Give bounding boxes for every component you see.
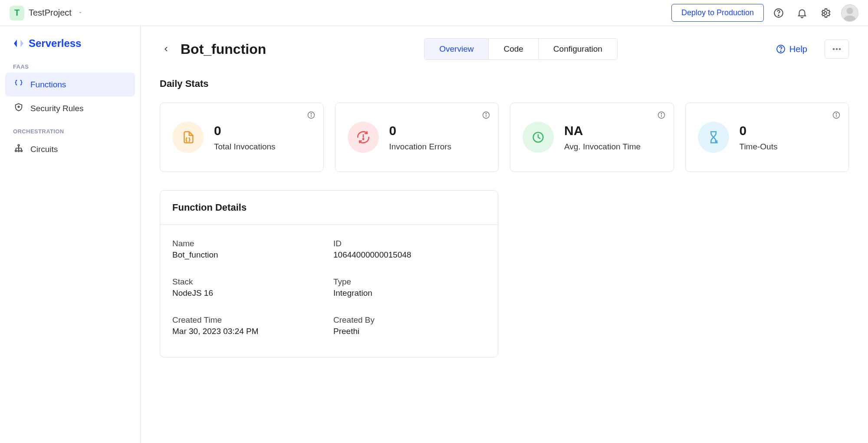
svg-point-23 bbox=[836, 113, 836, 114]
function-details-title: Function Details bbox=[160, 191, 498, 225]
info-icon[interactable] bbox=[482, 111, 490, 122]
chevron-left-icon bbox=[163, 46, 170, 53]
detail-stack: Stack NodeJS 16 bbox=[172, 277, 325, 298]
stat-card-errors: 0 Invocation Errors bbox=[335, 102, 499, 172]
project-avatar: T bbox=[10, 6, 24, 20]
info-icon[interactable] bbox=[307, 111, 316, 122]
sidebar-section-faas: FAAS bbox=[0, 56, 140, 73]
svg-point-7 bbox=[18, 150, 20, 152]
deploy-button[interactable]: Deploy to Production bbox=[671, 4, 764, 22]
sidebar-section-orchestration: ORCHESTRATION bbox=[0, 120, 140, 137]
svg-point-12 bbox=[836, 48, 838, 50]
stat-label: Avg. Invocation Time bbox=[564, 142, 641, 152]
svg-point-10 bbox=[780, 51, 781, 52]
stats-grid: 0 Total Invocations 0 Invocation Errors bbox=[160, 102, 849, 172]
svg-point-5 bbox=[18, 145, 20, 146]
svg-point-4 bbox=[18, 106, 19, 107]
detail-label: Created Time bbox=[172, 315, 325, 325]
detail-name: Name Bot_function bbox=[172, 239, 325, 260]
detail-id: ID 10644000000015048 bbox=[333, 239, 486, 260]
help-link[interactable]: Help bbox=[776, 44, 807, 54]
detail-label: Stack bbox=[172, 277, 325, 287]
svg-point-11 bbox=[833, 48, 835, 50]
clock-icon bbox=[523, 122, 554, 153]
project-name: TestProject bbox=[29, 8, 72, 18]
tab-overview[interactable]: Overview bbox=[424, 39, 489, 60]
stat-value: 0 bbox=[214, 123, 276, 138]
stat-card-avg-time: NA Avg. Invocation Time bbox=[510, 102, 674, 172]
stat-value: NA bbox=[564, 123, 641, 138]
chevron-down-icon bbox=[78, 8, 83, 17]
svg-point-1 bbox=[778, 15, 779, 16]
svg-point-20 bbox=[661, 113, 661, 114]
function-details-card: Function Details Name Bot_function ID 10… bbox=[160, 190, 498, 357]
brand-label: Serverless bbox=[29, 37, 81, 50]
circuits-icon bbox=[14, 143, 23, 155]
svg-point-17 bbox=[486, 113, 486, 114]
detail-value: NodeJS 16 bbox=[172, 288, 325, 298]
dots-horizontal-icon bbox=[831, 43, 843, 55]
hourglass-icon bbox=[698, 122, 729, 153]
detail-value: Preethi bbox=[333, 327, 486, 336]
stat-card-invocations: 0 Total Invocations bbox=[160, 102, 324, 172]
sidebar-item-label: Functions bbox=[30, 80, 66, 89]
detail-label: Name bbox=[172, 239, 325, 248]
detail-label: Type bbox=[333, 277, 486, 287]
sidebar-item-label: Security Rules bbox=[30, 104, 84, 113]
info-icon[interactable] bbox=[657, 111, 666, 122]
tab-code[interactable]: Code bbox=[489, 39, 538, 60]
gear-icon[interactable] bbox=[817, 4, 834, 22]
invocations-icon bbox=[172, 122, 204, 153]
stat-value: 0 bbox=[740, 123, 778, 138]
sidebar-item-label: Circuits bbox=[30, 145, 58, 154]
info-icon[interactable] bbox=[832, 111, 841, 122]
tab-configuration[interactable]: Configuration bbox=[539, 39, 617, 60]
detail-created-time: Created Time Mar 30, 2023 03:24 PM bbox=[172, 315, 325, 336]
svg-point-3 bbox=[847, 7, 853, 14]
bell-icon[interactable] bbox=[793, 4, 811, 22]
help-label: Help bbox=[789, 44, 807, 54]
shield-icon bbox=[14, 102, 23, 114]
user-avatar[interactable] bbox=[841, 4, 858, 22]
daily-stats-title: Daily Stats bbox=[160, 78, 849, 89]
top-bar: T TestProject Deploy to Production bbox=[0, 0, 868, 26]
detail-label: ID bbox=[333, 239, 486, 248]
svg-point-13 bbox=[839, 48, 841, 50]
detail-value: Bot_function bbox=[172, 250, 325, 260]
detail-value: Integration bbox=[333, 288, 486, 298]
more-menu-button[interactable] bbox=[825, 40, 849, 59]
page-header: Bot_function Overview Code Configuration… bbox=[160, 38, 849, 60]
svg-point-2 bbox=[824, 11, 827, 14]
svg-point-18 bbox=[362, 139, 363, 139]
stat-card-timeouts: 0 Time-Outs bbox=[685, 102, 849, 172]
sidebar-item-functions[interactable]: Functions bbox=[5, 73, 135, 96]
detail-value: 10644000000015048 bbox=[333, 250, 486, 260]
svg-point-6 bbox=[15, 150, 17, 152]
stat-label: Time-Outs bbox=[740, 142, 778, 152]
stat-label: Invocation Errors bbox=[389, 142, 452, 152]
svg-point-15 bbox=[311, 113, 311, 114]
detail-value: Mar 30, 2023 03:24 PM bbox=[172, 327, 325, 336]
help-icon[interactable] bbox=[770, 4, 787, 22]
svg-point-8 bbox=[21, 150, 23, 152]
sidebar: Serverless FAAS Functions Security Rules… bbox=[0, 26, 141, 443]
back-button[interactable] bbox=[160, 43, 173, 56]
help-circle-icon bbox=[776, 44, 786, 54]
tab-group: Overview Code Configuration bbox=[424, 38, 618, 60]
stat-label: Total Invocations bbox=[214, 142, 276, 152]
page-title: Bot_function bbox=[181, 41, 266, 57]
stat-value: 0 bbox=[389, 123, 452, 138]
detail-type: Type Integration bbox=[333, 277, 486, 298]
sidebar-item-security-rules[interactable]: Security Rules bbox=[5, 96, 135, 120]
detail-label: Created By bbox=[333, 315, 486, 325]
detail-created-by: Created By Preethi bbox=[333, 315, 486, 336]
sidebar-item-circuits[interactable]: Circuits bbox=[5, 137, 135, 161]
serverless-brand[interactable]: Serverless bbox=[0, 37, 140, 56]
main-content: Bot_function Overview Code Configuration… bbox=[141, 26, 868, 443]
errors-icon bbox=[348, 122, 379, 153]
project-selector[interactable]: T TestProject bbox=[10, 6, 83, 20]
braces-icon bbox=[14, 79, 23, 90]
